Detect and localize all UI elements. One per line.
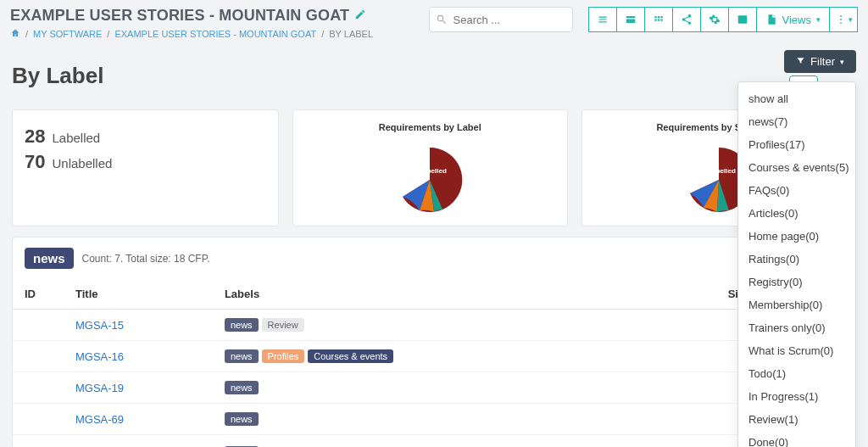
cell-id bbox=[13, 310, 64, 341]
cell-labels: news bbox=[213, 435, 618, 448]
cell-labels: news bbox=[213, 404, 618, 435]
unlabelled-count: 70 bbox=[25, 151, 45, 173]
breadcrumb-link-1[interactable]: MY SOFTWARE bbox=[33, 29, 102, 39]
filter-option[interactable]: FAQs(0) bbox=[738, 179, 855, 202]
cell-labels: news bbox=[213, 372, 618, 404]
cell-title: MGSA-69 bbox=[64, 404, 213, 435]
filter-option[interactable]: news(7) bbox=[738, 110, 855, 133]
labelled-text: Labelled bbox=[52, 131, 100, 145]
page-title-text: EXAMPLE USER STORIES - MOUNTAIN GOAT bbox=[10, 7, 349, 25]
col-id[interactable]: ID bbox=[13, 279, 64, 310]
filter-option[interactable]: show all bbox=[738, 87, 855, 110]
breadcrumb-home[interactable] bbox=[10, 28, 20, 40]
views-dropdown[interactable]: Views ▾ bbox=[756, 7, 830, 32]
cell-title: MGSA-19 bbox=[64, 372, 213, 404]
svg-point-1 bbox=[840, 19, 842, 20]
breadcrumb: / MY SOFTWARE / EXAMPLE USER STORIES - M… bbox=[10, 28, 373, 40]
row-title-link[interactable]: MGSA-69 bbox=[75, 413, 124, 426]
toolbar-list-icon[interactable] bbox=[588, 7, 617, 32]
table-row[interactable]: MGSA-19news0 bbox=[13, 372, 855, 404]
label-pill[interactable]: news bbox=[225, 349, 259, 363]
filter-option[interactable]: What is Scrum(0) bbox=[738, 339, 855, 362]
summary-card: 28 Labelled 70 Unlabelled bbox=[12, 109, 279, 226]
table-row[interactable]: MGSA-18news3E bbox=[13, 435, 855, 448]
col-labels[interactable]: Labels bbox=[213, 279, 618, 310]
filter-option[interactable]: Articles(0) bbox=[738, 202, 855, 225]
col-title[interactable]: Title bbox=[64, 279, 213, 310]
row-title-link[interactable]: MGSA-19 bbox=[75, 382, 124, 394]
edit-title-icon[interactable] bbox=[354, 7, 366, 25]
view-heading: By Label bbox=[12, 63, 103, 89]
label-pill[interactable]: news bbox=[225, 318, 259, 332]
label-pill[interactable]: Courses & events bbox=[308, 349, 393, 363]
filter-label: Filter bbox=[810, 55, 835, 68]
table-row[interactable]: MGSA-15newsReview3 bbox=[13, 310, 855, 341]
chart-by-label: Requirements by Label unlabelled bbox=[292, 109, 568, 226]
label-pill[interactable]: news bbox=[225, 381, 259, 394]
breadcrumb-current: BY LABEL bbox=[329, 29, 373, 39]
chart-title-label: Requirements by Label bbox=[305, 122, 555, 132]
chevron-down-icon: ▾ bbox=[840, 58, 844, 66]
svg-point-0 bbox=[840, 15, 842, 17]
toolbar-panel-icon[interactable] bbox=[728, 7, 757, 32]
cell-title: MGSA-16 bbox=[64, 341, 213, 372]
cell-labels: newsProfilesCourses & events bbox=[213, 341, 618, 372]
group-card: news Count: 7. Total size: 18 CFP. ID Ti… bbox=[12, 237, 856, 447]
toolbar-grid-icon[interactable] bbox=[644, 7, 673, 32]
filter-option[interactable]: Ratings(0) bbox=[738, 248, 855, 271]
filter-option[interactable]: Home page(0) bbox=[738, 225, 855, 248]
filter-option[interactable]: Todo(1) bbox=[738, 362, 855, 385]
breadcrumb-link-2[interactable]: EXAMPLE USER STORIES - MOUNTAIN GOAT bbox=[114, 29, 316, 39]
cell-id bbox=[13, 341, 64, 372]
filter-button[interactable]: Filter ▾ bbox=[784, 50, 856, 73]
filter-option[interactable]: In Progress(1) bbox=[738, 385, 855, 408]
filter-option[interactable]: Registry(0) bbox=[738, 271, 855, 293]
filter-option[interactable]: Trainers only(0) bbox=[738, 316, 855, 339]
cell-title: MGSA-15 bbox=[64, 310, 213, 341]
svg-point-2 bbox=[840, 22, 842, 24]
cell-title: MGSA-18 bbox=[64, 435, 213, 448]
page-title: EXAMPLE USER STORIES - MOUNTAIN GOAT bbox=[10, 7, 373, 25]
chevron-down-icon: ▾ bbox=[816, 15, 821, 24]
toolbar-more-icon[interactable]: ▾ bbox=[829, 7, 858, 32]
filter-dropdown: show allnews(7)Profiles(17)Courses & eve… bbox=[737, 81, 856, 447]
table-row[interactable]: MGSA-16newsProfilesCourses & events6 bbox=[13, 341, 855, 372]
search-input[interactable] bbox=[429, 7, 573, 32]
table-row[interactable]: MGSA-69news0 bbox=[13, 404, 855, 435]
unlabelled-text: Unlabelled bbox=[52, 156, 112, 170]
row-title-link[interactable]: MGSA-15 bbox=[75, 319, 124, 332]
filter-option[interactable]: Done(0) bbox=[738, 431, 855, 447]
cell-id bbox=[13, 372, 64, 404]
toolbar-share-icon[interactable] bbox=[672, 7, 701, 32]
toolbar-gears-icon[interactable] bbox=[700, 7, 729, 32]
label-pill[interactable]: Profiles bbox=[262, 349, 305, 363]
group-meta: Count: 7. Total size: 18 CFP. bbox=[82, 253, 210, 265]
group-tag: news bbox=[25, 248, 74, 269]
views-label: Views bbox=[782, 14, 811, 26]
filter-option[interactable]: Membership(0) bbox=[738, 293, 855, 316]
cell-labels: newsReview bbox=[213, 310, 618, 341]
row-title-link[interactable]: MGSA-16 bbox=[75, 350, 124, 363]
labelled-count: 28 bbox=[25, 126, 45, 148]
label-pill[interactable]: Review bbox=[262, 318, 304, 332]
pie-slice-label: unlabelled bbox=[413, 167, 447, 175]
cell-id bbox=[13, 435, 64, 448]
filter-icon bbox=[796, 55, 805, 68]
pie-slice-label: unlabelled bbox=[702, 167, 736, 175]
filter-option[interactable]: Review(1) bbox=[738, 408, 855, 431]
label-pill[interactable]: news bbox=[225, 412, 259, 426]
toolbar-card-icon[interactable] bbox=[616, 7, 645, 32]
cell-id bbox=[13, 404, 64, 435]
filter-option[interactable]: Profiles(17) bbox=[738, 133, 855, 156]
filter-option[interactable]: Courses & events(5) bbox=[738, 156, 855, 179]
